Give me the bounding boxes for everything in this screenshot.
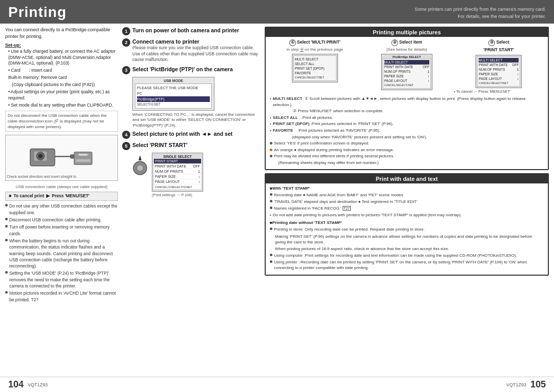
page-title: Printing	[8, 4, 67, 20]
usb-screen-row-4: SELECT/⊙SET	[137, 102, 210, 107]
ms-row-4: FAVORITE	[295, 71, 335, 75]
footer-right: VQT1Z93 105	[506, 379, 546, 390]
circle-3: ③	[488, 39, 495, 46]
dial-icon	[132, 153, 148, 183]
step-4-num: 4	[122, 131, 130, 139]
main-content: You can connect directly to a PictBridge…	[0, 24, 554, 377]
page-num-left: 104	[8, 379, 24, 390]
step-4-title: Select picture to print with ◄► and set	[132, 130, 261, 137]
step-2-title: Connect camera to printer	[132, 38, 261, 45]
middle-column: 1 Turn on power of both camera and print…	[122, 27, 261, 374]
stamp-item-2: 'TRAVEL DATE' elapsed days and destinati…	[270, 199, 544, 204]
footer-code-left: VQT1Z93	[28, 382, 48, 387]
step-3-screen: USB MODE PLEASE SELECT THE USB MODE PC P…	[132, 77, 214, 111]
step-5: 5 Select 'PRINT START'	[122, 141, 261, 150]
info-item-3: •SELECT ALL :Print all pictures.	[270, 115, 544, 121]
camera-caption: Check socket direction and insert straig…	[7, 174, 77, 179]
bottom-bullet-5: Setting the 'USB MODE' (P.24) to 'PictBr…	[5, 270, 118, 289]
svg-marker-11	[138, 155, 142, 160]
print-date-header: Print with date and text	[266, 174, 548, 183]
info-item-8: An orange ● displayed during printing in…	[270, 147, 544, 153]
ms2-row-4: PAPER SIZE↕	[384, 74, 429, 78]
usb-screen-row-2: PC	[137, 91, 210, 96]
multi-info-bullets: •MULTI SELECT ① Scroll between pictures …	[270, 96, 544, 166]
print-screen: SINGLE SELECT PRINT START PRINT WITH DAT…	[152, 153, 203, 192]
setup-item-4: (Copy clipboard pictures to the card (P.…	[5, 82, 118, 88]
usb-screen-row-3: PictBridge(PTP)	[137, 96, 210, 102]
setup-item-3: Built-in memory: Remove card	[5, 75, 118, 81]
ms2-row-2: PRINT WITH DATEOFF	[384, 65, 429, 69]
bottom-bullets: Do not use any other USB connection cabl…	[5, 203, 118, 303]
step-3-content: Select 'PictBridge (PTP)' on the camera	[132, 66, 261, 73]
step-2-num: 2	[122, 38, 130, 47]
step-5-num: 5	[122, 142, 130, 150]
left-column: You can connect directly to a PictBridge…	[5, 27, 118, 374]
multi-screen-3-inner: MULTI SELECT PRINT WITH DATEOFF NUM.OF P…	[477, 56, 520, 87]
step-5-title: Select 'PRINT START'	[132, 141, 261, 149]
info-item-6: (displayed only when 'FAVORITE' pictures…	[270, 134, 544, 140]
header-note: Some printers can print directly from th…	[414, 4, 546, 20]
step-1-title: Turn on power of both camera and printer	[132, 27, 261, 34]
cancel-set-row: CANCEL/⊙SELECT/⊙SET	[154, 184, 201, 190]
print-date-body: ■With 'TEXT STAMP' Recording date ● NAME…	[266, 183, 548, 275]
ms3-row-5: PAGE LAYOUT↕	[479, 76, 519, 81]
footer-code-right: VQT1Z93	[506, 382, 526, 387]
ms3-row-3: NUM.OF PRINTS1	[479, 67, 519, 72]
page-footer: 104 VQT1Z93 VQT1Z93 105	[0, 377, 554, 392]
bottom-bullet-2: Disconnect USB connection cable after pr…	[5, 217, 118, 223]
bottom-bullet-3: Turn off power before inserting or remov…	[5, 224, 118, 237]
footer-left: 104 VQT1Z93	[8, 379, 48, 390]
step-1-num: 1	[122, 27, 130, 35]
step-5-area: SINGLE SELECT PRINT START PRINT WITH DAT…	[132, 153, 261, 197]
usb-screen-row-1: PLEASE SELECT THE USB MODE	[137, 85, 210, 91]
ms3-row-1: MULTI SELECT	[479, 58, 519, 63]
cancel-note: • To cancel → Press 'MENU/SET'	[454, 89, 544, 94]
intro-text: You can connect directly to a PictBridge…	[5, 27, 118, 40]
multi-col-2: ② Select item (See below for details) Pi…	[362, 39, 451, 94]
print-screen-area: SINGLE SELECT PRINT START PRINT WITH DAT…	[152, 153, 203, 197]
svg-rect-7	[76, 159, 90, 162]
usb-mode-label: USB MODE	[135, 79, 212, 82]
print-start-row: PRINT START	[154, 159, 201, 164]
col3-label: ③ Select	[454, 39, 544, 46]
no-stamp-item-3: When printing pictures of 16:9 aspect ra…	[270, 246, 544, 252]
step-2-content: Connect camera to printer Please make su…	[132, 38, 261, 63]
step-3-num: 3	[122, 66, 130, 74]
page-container: Printing Some printers can print directl…	[0, 0, 554, 392]
multi-screen-2-inner: MULTI SELECT PRINT WITH DATEOFF NUM.OF P…	[383, 58, 431, 89]
col1-label: ① Select 'MULTI PRINT'	[270, 39, 360, 46]
single-select-label: SINGLE SELECT	[154, 155, 201, 159]
ms3-row-2: PRINT WITH DATEOFF	[479, 63, 519, 67]
title-box: Printing	[8, 4, 67, 20]
col3-sub: 'PRINT START'	[454, 47, 544, 53]
arrow-icon: ■	[9, 193, 11, 199]
dial-svg	[132, 153, 148, 183]
step-3-note: When 'CONNECTING TO PC...' is displayed,…	[132, 112, 261, 129]
step-3-title: Select 'PictBridge (PTP)' on the camera	[132, 66, 261, 73]
multi-screen-1-inner: MULTI SELECT SELECT ALL PRINT SET (DPOF)…	[293, 55, 337, 81]
printing-multiple-header: Printing multiple pictures	[266, 28, 548, 37]
with-stamp-label: ■With 'TEXT STAMP'	[270, 186, 544, 191]
step-4-content: Select picture to print with ◄► and set	[132, 130, 261, 137]
header-note-line1: Some printers can print directly from th…	[414, 6, 546, 13]
multi-print-grid: ① Select 'MULTI PRINT' in step ④ on the …	[270, 39, 544, 94]
step-1: 1 Turn on power of both camera and print…	[122, 27, 261, 35]
ms-row-1: MULTI SELECT	[295, 57, 335, 61]
arrow-right: ▶	[46, 193, 50, 199]
cancel-action: Press 'MENU/SET'	[52, 193, 89, 199]
circle-1: ①	[289, 39, 296, 46]
cancel-print-label: To cancel print	[13, 193, 44, 199]
print-date-section: Print with date and text ■With 'TEXT STA…	[265, 173, 549, 276]
step-5-content: Select 'PRINT START'	[132, 141, 261, 149]
page-header: Printing Some printers can print directl…	[0, 0, 554, 24]
setup-item-1: • Use a fully charged battery, or connec…	[5, 49, 118, 67]
stamp-item-4: • Do not add date printing to pictures w…	[270, 212, 544, 218]
usb-cable-label: USB connection cable (always use cable s…	[5, 184, 118, 190]
col2-label: ② Select item	[362, 39, 451, 46]
no-stamp-item-2: Making 'PRINT SET' (P.96) settings on th…	[270, 234, 544, 245]
ms-row-5: CANCEL/SELECT/SET	[295, 75, 335, 79]
info-item-2: ② Press 'MENU/SET' when selection is com…	[270, 108, 544, 114]
col2-sub: (See below for details)	[362, 47, 451, 52]
step-2-sub: Please make sure you use the supplied US…	[132, 45, 261, 63]
svg-point-10	[137, 165, 143, 171]
